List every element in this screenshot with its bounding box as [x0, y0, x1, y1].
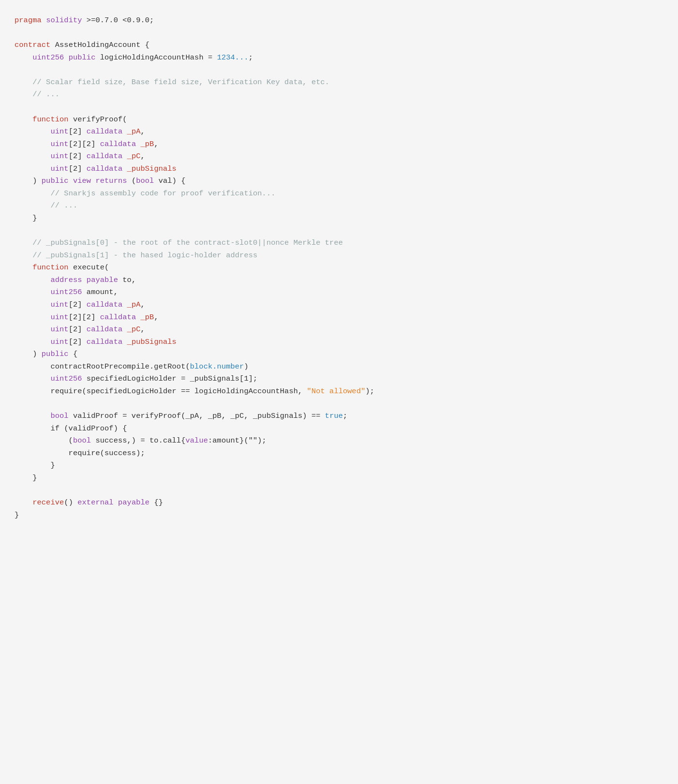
- comment-3: // ...: [50, 201, 77, 210]
- function-keyword-2: function: [32, 263, 68, 272]
- external-keyword: external: [77, 498, 113, 507]
- calldata-keyword-4: calldata: [87, 164, 122, 173]
- param-pB-1: _pB: [141, 140, 154, 148]
- public-keyword: public: [69, 53, 96, 62]
- uint-type-4: uint: [50, 164, 68, 173]
- receive-keyword: receive: [32, 498, 64, 507]
- uint-type-7: uint: [50, 325, 68, 334]
- string-not-allowed: "Not allowed": [307, 387, 366, 396]
- comment-pubsignals-1: // _pubSignals[1] - the hased logic-hold…: [32, 251, 257, 260]
- bool-type-1: bool: [136, 177, 154, 185]
- code-block: pragma solidity >=0.7.0 <0.9.0; contract…: [15, 15, 663, 521]
- uint-type-1: uint: [50, 127, 68, 136]
- uint256-type: uint256: [32, 53, 64, 62]
- view-keyword: view: [73, 177, 91, 185]
- address-type: address: [50, 276, 82, 284]
- uint-type-6: uint: [50, 313, 68, 322]
- number-value: 1234...: [217, 53, 249, 62]
- comment-snarkjs: // Snarkjs assembly code for proof verif…: [50, 189, 275, 198]
- public-keyword-3: public: [42, 350, 69, 358]
- calldata-keyword-6: calldata: [100, 313, 136, 322]
- uint-type-2: uint: [50, 140, 68, 148]
- payable-keyword-2: payable: [118, 498, 149, 507]
- calldata-keyword-7: calldata: [87, 325, 122, 334]
- calldata-keyword-1: calldata: [87, 127, 122, 136]
- param-pubSignals-2: _pubSignals: [127, 338, 177, 346]
- calldata-keyword-2: calldata: [100, 140, 136, 148]
- true-keyword: true: [325, 412, 343, 420]
- param-pC-1: _pC: [127, 152, 141, 161]
- param-pubSignals-1: _pubSignals: [127, 164, 177, 173]
- uint256-type-2: uint256: [50, 288, 82, 296]
- function-keyword-1: function: [32, 115, 68, 124]
- returns-keyword: returns: [95, 177, 127, 185]
- uint-type-8: uint: [50, 338, 68, 346]
- uint256-type-3: uint256: [50, 374, 82, 383]
- comment-pubsignals-0: // _pubSignals[0] - the root of the cont…: [32, 238, 343, 247]
- pragma-keyword: pragma: [15, 16, 42, 25]
- param-pC-2: _pC: [127, 325, 141, 334]
- bool-type-2: bool: [50, 412, 68, 420]
- block-number: block.number: [190, 362, 244, 371]
- contract-keyword: contract: [15, 41, 50, 49]
- comment-2: // ...: [32, 90, 59, 99]
- param-pB-2: _pB: [141, 313, 154, 322]
- calldata-keyword-8: calldata: [87, 338, 122, 346]
- public-keyword-2: public: [42, 177, 69, 185]
- comment-1: // Scalar field size, Base field size, V…: [32, 78, 329, 87]
- bool-type-3: bool: [73, 436, 91, 445]
- value-keyword: value: [185, 436, 208, 445]
- param-pA-1: _pA: [127, 127, 141, 136]
- uint-type-3: uint: [50, 152, 68, 161]
- uint-type-5: uint: [50, 300, 68, 309]
- code-container: pragma solidity >=0.7.0 <0.9.0; contract…: [0, 0, 678, 784]
- solidity-keyword: solidity: [46, 16, 82, 25]
- calldata-keyword-3: calldata: [87, 152, 122, 161]
- calldata-keyword-5: calldata: [87, 300, 122, 309]
- payable-keyword-1: payable: [87, 276, 118, 284]
- param-pA-2: _pA: [127, 300, 141, 309]
